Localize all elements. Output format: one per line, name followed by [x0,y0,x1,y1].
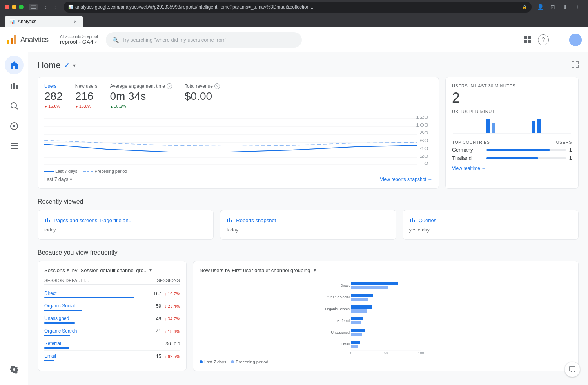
sidebar-toggle[interactable] [29,4,38,10]
recent-card-header-reports: Reports snapshot [227,217,389,224]
svg-text:20: 20 [420,154,428,159]
sidebar-item-reports[interactable] [5,76,24,95]
account-name-dropdown[interactable]: reproof - GA4 ▾ [60,39,98,45]
legend-preceding-item: Preceding period [83,169,127,174]
stats-card-footer: Last 7 days ▾ View reports snapshot → [44,177,432,182]
svg-rect-55 [410,219,411,222]
view-realtime-link[interactable]: View realtime → [452,166,572,171]
help-icon-button[interactable]: ? [538,34,549,45]
recently-viewed-section: Recently viewed Pages and screens: Page … [38,198,579,240]
browser-tab[interactable]: 📊 Analytics ✕ [5,16,83,27]
svg-point-16 [13,125,15,127]
expand-button[interactable] [572,61,579,70]
user-avatar[interactable] [569,34,582,46]
back-button[interactable]: ‹ [41,2,50,12]
table-cell-email: Email [44,352,153,361]
organic-social-bar [44,310,82,311]
table-row-unassigned: Unassigned 49 ↓ 34.7% [44,313,180,325]
address-bar[interactable]: 📊 analytics.google.com/analytics/web/#/p… [64,2,532,13]
revenue-value: $0.00 [185,90,220,103]
svg-rect-65 [351,286,388,289]
bar-chart-legend: Last 7 days Preceding period [200,360,572,364]
account-selector[interactable]: All accounts > reproof reproof - GA4 ▾ [60,34,98,45]
more-options-icon-button[interactable]: ⋮ [552,33,566,47]
new-tab-icon[interactable]: ＋ [572,2,583,13]
svg-text:Referral: Referral [337,319,350,323]
svg-rect-66 [351,294,373,297]
header-actions: ? ⋮ [521,33,582,47]
recent-card-pages-screens[interactable]: Pages and screens: Page title an... toda… [38,210,214,240]
svg-text:100: 100 [416,123,428,127]
new-users-card-title: New users by First user default channel … [200,268,572,273]
chat-button[interactable] [564,362,580,377]
sidebar [0,52,28,385]
svg-rect-2 [31,8,36,9]
settings-button[interactable] [5,360,24,379]
sidebar-item-data[interactable] [5,137,24,156]
apps-icon-button[interactable] [521,33,535,47]
svg-rect-64 [351,282,398,285]
sessions-table-header: SESSION DEFAULT... SESSIONS [44,278,180,285]
new-users-dropdown-arrow-icon[interactable]: ▾ [314,268,316,273]
bookmark-icon[interactable]: ⊡ [547,2,558,13]
svg-rect-54 [231,220,232,222]
page-title: Home [38,60,61,70]
bar-legend-last7: Last 7 days [200,360,226,364]
realtime-section-title: USERS IN LAST 30 MINUTES [452,83,572,88]
direct-bar [44,297,134,298]
svg-text:0: 0 [424,161,428,166]
download-icon[interactable]: ⬇ [560,2,571,13]
date-range-button[interactable]: Last 7 days ▾ [44,177,72,182]
svg-rect-9 [528,40,531,43]
view-reports-link[interactable]: View reports snapshot → [380,177,432,182]
svg-rect-4 [11,38,13,44]
search-bar[interactable]: 🔍 Try searching "where did my users come… [106,32,302,48]
top-cards-row: Users 282 16.6% New users 216 [38,77,579,189]
users-down-arrow-icon [44,104,47,108]
recent-card-reports-snapshot[interactable]: Reports snapshot today [220,210,396,240]
table-row-direct: Direct 167 ↓ 19.7% [44,288,180,300]
close-button[interactable] [5,5,9,9]
minimize-button[interactable] [12,5,16,9]
engagement-help-icon: ? [167,83,172,89]
svg-text:Organic Search: Organic Search [325,307,350,311]
country-count-germany: 1 [569,147,572,153]
sidebar-item-home[interactable] [5,56,24,74]
browser-chrome: ‹ › 📊 analytics.google.com/analytics/web… [0,0,588,27]
sessions-dim-dropdown-arrow-icon[interactable]: ▾ [149,268,152,273]
svg-rect-0 [31,5,36,6]
forward-button[interactable]: › [51,2,60,12]
svg-rect-51 [49,220,50,222]
bar-legend-last7-dot [200,360,203,363]
tab-favicon: 📊 [9,19,15,24]
sidebar-item-explore[interactable] [5,96,24,115]
svg-text:0: 0 [350,351,352,355]
country-bar-fill-germany [486,149,550,151]
svg-text:60: 60 [420,139,428,143]
revenue-help-icon: ? [214,83,220,89]
recent-card-header-pages: Pages and screens: Page title an... [44,217,207,224]
col-sessions-header: SESSIONS [157,278,180,283]
sidebar-item-advertising[interactable] [5,117,24,136]
revenue-label: Total revenue ? [185,83,220,89]
country-name-thailand: Thailand [452,155,483,161]
main-layout: Home ✓ ▾ Users 282 [0,52,588,385]
page-title-chevron-icon[interactable]: ▾ [73,62,76,69]
svg-rect-12 [16,85,18,89]
svg-rect-17 [11,143,18,144]
svg-text:100: 100 [418,351,424,355]
sessions-dropdown-arrow-icon[interactable]: ▾ [67,268,69,273]
svg-text:80: 80 [420,131,428,135]
legend-last7-item: Last 7 days [44,169,77,174]
account-circle-icon[interactable]: 👤 [535,2,546,13]
svg-point-20 [13,368,15,371]
recent-card-queries[interactable]: Queries yesterday [403,210,579,240]
address-text: analytics.google.com/analytics/web/#/p29… [75,4,520,10]
maximize-button[interactable] [19,5,24,9]
svg-text:40: 40 [420,146,428,151]
legend-preceding-label: Preceding period [94,169,127,174]
nav-buttons: ‹ › [41,2,60,12]
new-users-change: 16.6% [75,104,98,108]
tab-close-button[interactable]: ✕ [72,18,78,25]
users-value: 282 [44,90,63,103]
